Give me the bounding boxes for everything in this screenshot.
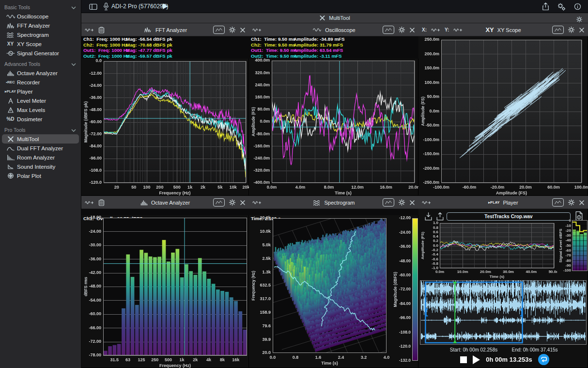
- sidebar-toggle-button[interactable]: [88, 2, 98, 11]
- octave-bars-icon: [140, 200, 148, 206]
- sidebar-item-label: Spectrogram: [17, 32, 49, 38]
- loop-button[interactable]: [538, 354, 549, 365]
- player-amplitude-chart[interactable]: [418, 222, 557, 281]
- close-icon[interactable]: [240, 27, 246, 33]
- sidebar-section-pro-tools[interactable]: Pro Tools: [0, 126, 81, 134]
- gear-icon[interactable]: [398, 199, 405, 206]
- sidebar-item-oscilloscope[interactable]: Oscilloscope: [2, 12, 79, 21]
- sidebar-item-label: Octave Analyzer: [17, 70, 58, 76]
- export-file-button[interactable]: [435, 211, 445, 222]
- input-signal-icon[interactable]: [85, 27, 94, 33]
- microphone-icon[interactable]: [101, 2, 111, 11]
- chart-style-button[interactable]: [213, 26, 225, 34]
- input-signal-icon[interactable]: [422, 200, 431, 206]
- sidebar-item-fft-analyzer[interactable]: FFT Analyzer: [2, 21, 79, 30]
- sidebar-item-sound-intensity[interactable]: Sound Intensity: [2, 162, 79, 171]
- xy-chart[interactable]: [418, 36, 588, 196]
- close-icon[interactable]: [579, 200, 585, 206]
- layout-settings-button[interactable]: [574, 15, 584, 24]
- input-signal-icon[interactable]: [252, 200, 262, 206]
- spectrogram-chart[interactable]: [249, 215, 418, 368]
- sidebar-item-dosimeter[interactable]: %D Dosimeter: [2, 114, 79, 124]
- device-title[interactable]: ADI-2 Pro (57760297): [111, 0, 168, 13]
- sidebar-item-multitool[interactable]: MultiTool: [2, 134, 79, 144]
- panel-fft-analyzer: FFT Analyzer Ch1: Freq: 1000 HzMag: -56.…: [81, 23, 249, 196]
- close-icon[interactable]: [579, 27, 585, 33]
- gear-icon[interactable]: [568, 199, 575, 206]
- panel-oscilloscope: Oscilloscope Ch1: Time: 9.50 msAmplitude…: [249, 23, 418, 196]
- level-meter-icon: [4, 98, 17, 104]
- sidebar-item-octave-analyzer[interactable]: Octave Analyzer: [2, 68, 79, 78]
- sidebar-item-signal-generator[interactable]: Signal Generator: [2, 48, 79, 58]
- filename-field[interactable]: TestTracks Crop.wav: [447, 212, 571, 221]
- settings-gears-button[interactable]: [557, 2, 566, 11]
- oscilloscope-icon: [4, 14, 17, 19]
- share-button[interactable]: [541, 2, 550, 11]
- close-icon[interactable]: [409, 27, 415, 33]
- sidebar-section-basic-tools[interactable]: Basic Tools: [0, 3, 81, 12]
- chart-style-button[interactable]: [552, 198, 564, 207]
- chart-style-button[interactable]: [383, 198, 394, 207]
- oscilloscope-readouts: Ch1: Time: 9.50 msAmplitude: -34.89 mFS …: [249, 36, 418, 59]
- multitool-title: MultiTool: [329, 15, 350, 21]
- close-icon[interactable]: [409, 200, 415, 206]
- input-signal-icon[interactable]: [431, 27, 440, 33]
- gear-icon[interactable]: [229, 199, 236, 206]
- calibration-icon[interactable]: [98, 199, 105, 206]
- xy-panel-header: X: Y: XY XY Scope: [418, 23, 588, 36]
- gear-icon[interactable]: [229, 26, 236, 33]
- waveform-overview[interactable]: [420, 280, 587, 345]
- sidebar-item-xy-scope[interactable]: XY XY Scope: [2, 39, 79, 48]
- input-signal-icon[interactable]: [252, 27, 262, 33]
- readout: Out1: Freq: 1000 Hz: [83, 48, 129, 53]
- chart-style-button[interactable]: [213, 198, 225, 207]
- import-file-button[interactable]: [423, 211, 433, 222]
- sidebar-item-polar-plot[interactable]: Polar Plot: [2, 171, 79, 180]
- xy-icon: XY: [4, 41, 17, 47]
- sidebar-item-dual-fft-analyzer[interactable]: Dual FFT Analyzer: [2, 144, 79, 153]
- dual-fft-icon: [4, 145, 17, 151]
- play-button[interactable]: [473, 355, 480, 364]
- sidebar-item-max-levels[interactable]: Max Levels: [2, 105, 79, 114]
- sidebar-item-label: Max Levels: [17, 107, 45, 113]
- spectrogram-icon: [313, 200, 321, 206]
- gear-icon[interactable]: [568, 26, 575, 33]
- gear-icon[interactable]: [398, 26, 405, 33]
- chart-style-button[interactable]: [552, 26, 564, 34]
- readout: Ch2: Freq: 1000 Hz: [83, 42, 127, 48]
- sidebar-item-label: Player: [17, 89, 33, 95]
- chevron-down-icon: [71, 6, 76, 9]
- fft-icon: [4, 23, 17, 29]
- info-button[interactable]: [573, 2, 582, 11]
- chevron-down-icon: [71, 63, 76, 66]
- calibration-icon[interactable]: [98, 27, 105, 33]
- xy-icon: XY: [485, 26, 494, 33]
- readout: Ch1: Freq: 1000 Hz: [83, 36, 127, 42]
- sidebar-section-advanced-tools[interactable]: Advanced Tools: [0, 60, 81, 68]
- sidebar-item-recorder[interactable]: •REC Recorder: [2, 78, 79, 87]
- sidebar-item-level-meter[interactable]: Level Meter: [2, 96, 79, 105]
- octave-chart[interactable]: [81, 215, 249, 368]
- panel-title: Player: [503, 200, 518, 206]
- fft-chart[interactable]: [81, 59, 249, 196]
- sidebar-item-room-analyzer[interactable]: Room Analyzer: [2, 153, 79, 162]
- sidebar-item-player[interactable]: ▸PLAY Player: [2, 87, 79, 96]
- section-title: Advanced Tools: [4, 61, 40, 67]
- input-signal-icon[interactable]: [85, 200, 94, 206]
- sidebar-item-spectrogram[interactable]: Spectrogram: [2, 30, 79, 39]
- oscilloscope-chart[interactable]: [249, 59, 418, 196]
- sidebar: Basic Tools Oscilloscope FFT Analyzer Sp…: [0, 0, 81, 368]
- input-signal-icon[interactable]: [453, 27, 463, 33]
- chart-style-button[interactable]: [383, 26, 394, 34]
- octave-panel-header: Octave Analyzer: [81, 196, 249, 209]
- sidebar-item-label: Polar Plot: [17, 173, 41, 179]
- sound-intensity-icon: [4, 164, 17, 170]
- start-button[interactable]: [163, 3, 168, 9]
- octave-readouts: Ch1: Overall: -22.55 dBFS Cursor: 1kHz L…: [81, 209, 249, 215]
- chevron-down-icon: [71, 129, 76, 132]
- close-icon[interactable]: [240, 200, 246, 206]
- stop-button[interactable]: [460, 356, 467, 363]
- selection-end-label: End: 0h 00m 37.415s: [511, 347, 557, 352]
- playback-time: 0h 00m 13.253s: [486, 356, 532, 363]
- spectrogram-icon: [4, 32, 17, 38]
